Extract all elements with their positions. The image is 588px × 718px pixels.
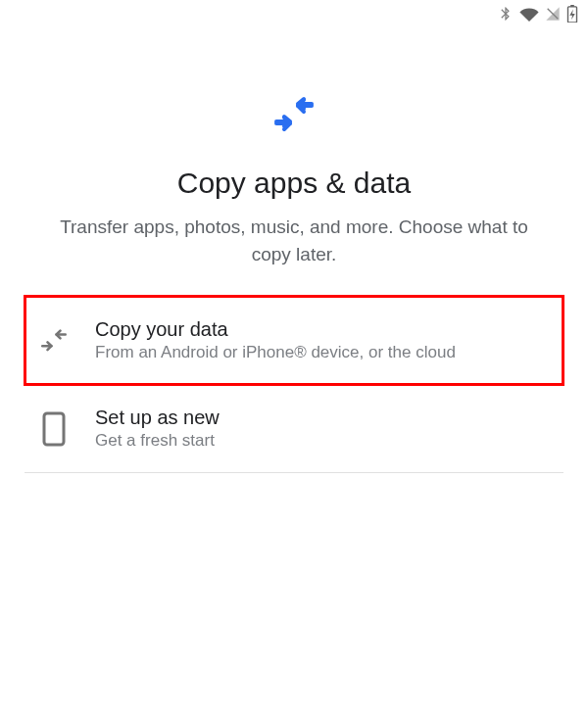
phone-icon (34, 411, 74, 447)
status-bar (0, 0, 588, 27)
no-signal-icon (545, 6, 561, 22)
set-up-as-new-option[interactable]: Set up as new Get a fresh start (24, 384, 564, 473)
option-subtitle: From an Android or iPhone® device, or th… (95, 343, 554, 362)
option-subtitle: Get a fresh start (95, 431, 554, 451)
options-list: Copy your data From an Android or iPhone… (0, 296, 588, 473)
transfer-arrows-icon (272, 96, 316, 139)
hero-section: Copy apps & data Transfer apps, photos, … (0, 27, 588, 297)
battery-charging-icon (566, 5, 578, 23)
page-subtitle: Transfer apps, photos, music, and more. … (49, 214, 539, 267)
transfer-arrows-small-icon (34, 328, 74, 354)
copy-your-data-option[interactable]: Copy your data From an Android or iPhone… (24, 296, 564, 385)
option-title: Copy your data (95, 318, 554, 341)
option-title: Set up as new (95, 407, 554, 429)
wifi-icon (519, 6, 539, 22)
svg-rect-1 (570, 5, 574, 7)
svg-rect-7 (47, 417, 61, 439)
bluetooth-icon (498, 5, 514, 23)
page-title: Copy apps & data (49, 167, 539, 200)
